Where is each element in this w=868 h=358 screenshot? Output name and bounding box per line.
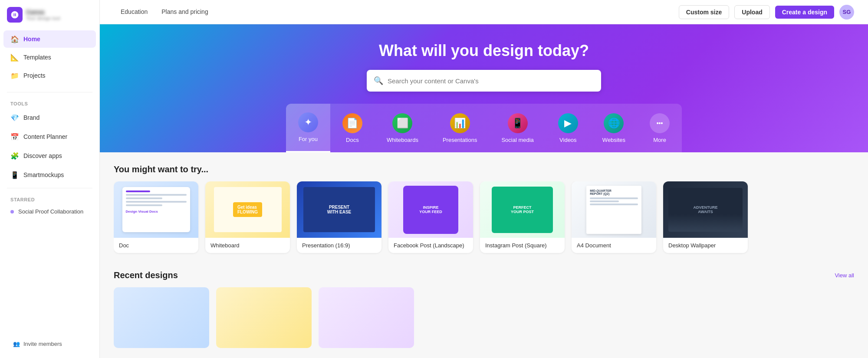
quick-item-for-you[interactable]: ✦ For you [286, 104, 330, 152]
sidebar-item-templates-label: Templates [23, 54, 51, 61]
facebook-card-label: Facebook Post (Landscape) [388, 238, 473, 253]
desktop-thumbnail: ADVENTUREAWAITS [663, 181, 748, 238]
quick-item-social-media[interactable]: 📱 Social media [489, 104, 546, 152]
main-content: Education Plans and pricing Custom size … [100, 0, 868, 358]
sidebar-item-brand-label: Brand [23, 114, 39, 121]
whiteboards-icon: ⬜ [392, 113, 412, 133]
sidebar-item-content-planner[interactable]: 📅 Content Planner [3, 128, 96, 145]
docs-label: Docs [346, 137, 359, 143]
docs-icon: 📄 [342, 113, 362, 133]
custom-size-label: Custom size [686, 9, 722, 16]
custom-size-button[interactable]: Custom size [679, 5, 729, 19]
a4-line-3 [590, 204, 638, 205]
hero-title: What will you design today? [379, 42, 589, 59]
templates-icon: 📐 [10, 53, 19, 62]
discover-apps-icon: 🧩 [10, 151, 19, 160]
logo-subtitle: Your design tool [26, 16, 60, 21]
create-design-button[interactable]: Create a design [775, 6, 834, 19]
videos-label: Videos [559, 137, 577, 143]
presentations-icon: 📊 [450, 113, 470, 133]
invite-members-label: Invite members [23, 341, 62, 347]
starred-section-label: Starred [0, 192, 99, 204]
sidebar-logo-area: Canva Your design tool [0, 0, 99, 26]
view-all-button[interactable]: View all [835, 272, 854, 279]
a4-thumbnail: MID-QUARTERREPORT (Q2) [572, 181, 656, 238]
quick-item-videos[interactable]: ▶ Videos [546, 104, 590, 152]
sidebar-item-discover-apps-label: Discover apps [23, 152, 62, 159]
instagram-thumb-preview: PERFECTYOUR POST [492, 187, 552, 233]
quick-item-more[interactable]: ••• More [638, 104, 682, 152]
doc-line-2 [126, 194, 187, 196]
doc-line-1 [126, 190, 150, 192]
topnav-plans-label: Plans and pricing [161, 8, 208, 15]
create-design-label: Create a design [782, 9, 827, 16]
quick-item-websites[interactable]: 🌐 Websites [590, 104, 638, 152]
for-you-icon: ✦ [298, 112, 318, 132]
invite-icon: 👥 [13, 341, 20, 347]
canva-logo-icon [7, 7, 23, 23]
user-avatar[interactable]: SG [839, 5, 854, 20]
doc-thumbnail: Design Visual Docs [114, 181, 198, 238]
recent-card-1[interactable] [114, 287, 209, 348]
desktop-thumb-preview: ADVENTUREAWAITS [668, 188, 743, 232]
facebook-thumb-text: INSPIREYOUR FEED [419, 205, 442, 214]
design-card-facebook[interactable]: INSPIREYOUR FEED Facebook Post (Landscap… [388, 181, 473, 253]
upload-label: Upload [742, 9, 762, 16]
search-icon: 🔍 [374, 76, 383, 85]
sidebar: Canva Your design tool 🏠 Home 📐 Template… [0, 0, 100, 358]
whiteboard-text: Get ideasFLOWING [233, 202, 262, 217]
sidebar-item-smartmockups[interactable]: 📱 Smartmockups [3, 166, 96, 184]
tools-section-label: Tools [0, 96, 99, 108]
topnav-education-label: Education [121, 8, 148, 15]
websites-icon: 🌐 [604, 113, 624, 133]
a4-thumb-title: MID-QUARTERREPORT (Q2) [590, 189, 638, 195]
quick-item-docs[interactable]: 📄 Docs [330, 104, 375, 152]
sidebar-item-templates[interactable]: 📐 Templates [3, 49, 96, 66]
desktop-card-label: Desktop Wallpaper [663, 238, 748, 253]
facebook-thumb-preview: INSPIREYOUR FEED [403, 186, 458, 234]
topnav-education[interactable]: Education [114, 0, 155, 24]
design-card-whiteboard[interactable]: Get ideasFLOWING Whiteboard [205, 181, 290, 253]
projects-icon: 📁 [10, 71, 19, 80]
recent-card-3[interactable] [319, 287, 414, 348]
social-media-icon: 📱 [508, 113, 528, 133]
videos-icon: ▶ [558, 113, 578, 133]
quick-item-whiteboards[interactable]: ⬜ Whiteboards [375, 104, 431, 152]
sidebar-item-discover-apps[interactable]: 🧩 Discover apps [3, 147, 96, 164]
try-section-title: You might want to try... [114, 164, 854, 174]
design-card-presentation[interactable]: PRESENTWITH EASE Presentation (16:9) [297, 181, 381, 253]
brand-icon: 💎 [10, 113, 19, 122]
recent-designs-header: Recent designs View all [114, 270, 854, 280]
search-bar[interactable]: 🔍 [367, 70, 601, 92]
starred-item-social-proof[interactable]: Social Proof Collaboration [3, 205, 96, 218]
invite-members-button[interactable]: 👥 Invite members [7, 337, 92, 351]
quick-item-presentations[interactable]: 📊 Presentations [431, 104, 490, 152]
doc-line-5 [126, 204, 162, 206]
sidebar-item-smartmockups-label: Smartmockups [23, 171, 64, 178]
hero-section: What will you design today? 🔍 ✦ For you … [100, 24, 868, 152]
logo-text-area: Canva Your design tool [26, 9, 60, 21]
topnav-plans[interactable]: Plans and pricing [155, 0, 215, 24]
starred-item-label: Social Proof Collaboration [18, 208, 83, 215]
search-input[interactable] [388, 77, 594, 85]
more-icon: ••• [650, 113, 670, 133]
design-card-a4[interactable]: MID-QUARTERREPORT (Q2) A4 Document [572, 181, 656, 253]
instagram-thumbnail: PERFECTYOUR POST [480, 181, 565, 238]
recent-card-2[interactable] [216, 287, 312, 348]
quick-access-bar: ✦ For you 📄 Docs ⬜ Whiteboards 📊 Present… [286, 104, 682, 152]
design-card-doc[interactable]: Design Visual Docs Doc [114, 181, 198, 253]
websites-label: Websites [602, 137, 625, 143]
avatar-initials: SG [843, 9, 851, 15]
starred-dot-icon [10, 210, 14, 213]
instagram-card-label: Instagram Post (Square) [480, 238, 565, 253]
sidebar-item-projects[interactable]: 📁 Projects [3, 67, 96, 84]
sidebar-item-brand[interactable]: 💎 Brand [3, 109, 96, 126]
design-card-desktop[interactable]: ADVENTUREAWAITS Desktop Wallpaper [663, 181, 748, 253]
social-media-label: Social media [501, 137, 533, 143]
a4-line-1 [590, 197, 638, 199]
design-card-instagram[interactable]: PERFECTYOUR POST Instagram Post (Square) [480, 181, 565, 253]
upload-button[interactable]: Upload [734, 5, 769, 19]
home-icon: 🏠 [10, 35, 19, 43]
sidebar-item-home[interactable]: 🏠 Home [3, 30, 96, 48]
sidebar-main-nav: 🏠 Home 📐 Templates 📁 Projects [0, 26, 99, 89]
